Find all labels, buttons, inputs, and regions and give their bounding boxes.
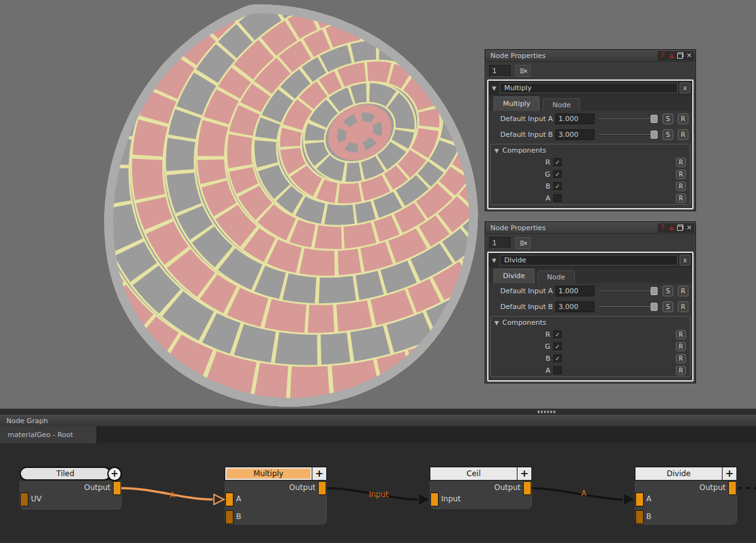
restore-icon[interactable] (676, 223, 685, 232)
default-input-a-slider[interactable] (599, 114, 658, 124)
output-port[interactable] (728, 481, 736, 495)
slider-handle[interactable] (651, 287, 658, 295)
graph-node-tiled[interactable]: Tiled + Output UV (20, 467, 122, 510)
checkbox-r[interactable]: ✓ (553, 158, 562, 166)
pane-splitter[interactable] (0, 409, 756, 415)
checkbox-a[interactable] (553, 366, 562, 375)
checkbox-a[interactable] (553, 194, 562, 202)
slider-handle[interactable] (651, 115, 658, 123)
slider-handle[interactable] (651, 131, 658, 139)
wire-multiply-to-ceil[interactable] (327, 488, 418, 499)
node-title[interactable]: Tiled (20, 467, 111, 481)
default-input-b-slider[interactable] (599, 129, 658, 140)
collapse-components-arrow[interactable]: ▼ (491, 148, 502, 154)
node-title[interactable]: Ceil (430, 467, 517, 480)
selection-count-field[interactable] (489, 65, 511, 77)
slider-handle[interactable] (651, 303, 658, 311)
tab-materialgeo-root[interactable]: materialGeo - Root (0, 426, 97, 443)
checkbox-b[interactable]: ✓ (553, 354, 562, 363)
snap-button[interactable]: S (663, 286, 673, 296)
input-port-b[interactable] (635, 510, 644, 524)
restore-icon[interactable] (676, 51, 685, 60)
default-input-a-value[interactable] (555, 114, 594, 124)
checkbox-g[interactable]: ✓ (553, 342, 562, 351)
node-title[interactable]: Divide (635, 467, 722, 480)
component-row-a: A R (491, 192, 690, 204)
default-input-a-slider[interactable] (599, 286, 658, 296)
default-input-b-slider[interactable] (599, 301, 658, 312)
pin-properties-button[interactable] (516, 65, 531, 77)
reset-button[interactable]: R (676, 330, 686, 339)
output-port[interactable] (523, 481, 531, 495)
graph-node-ceil[interactable]: Ceil + Output Input (430, 467, 532, 509)
node-graph-titlebar[interactable]: Node Graph (0, 415, 756, 426)
input-port-b[interactable] (225, 510, 233, 524)
output-port[interactable] (113, 481, 121, 495)
components-group: ▼ Components R ✓ R G ✓ R B ✓ R (490, 144, 690, 205)
reset-button[interactable]: R (676, 354, 686, 363)
collapse-node-arrow[interactable]: ▼ (488, 257, 500, 264)
node-name-field[interactable]: Divide (500, 255, 678, 266)
input-port[interactable] (430, 493, 439, 506)
default-input-b-value[interactable] (555, 129, 594, 140)
panel-titlebar[interactable]: Node Properties ? ▲ × (485, 50, 695, 62)
reset-button[interactable]: R (678, 286, 688, 296)
splitter-grip-icon[interactable] (538, 411, 555, 413)
reset-button[interactable]: R (676, 194, 686, 203)
tab-multiply[interactable]: Multiply (493, 96, 540, 111)
add-input-button[interactable]: + (107, 467, 122, 481)
reset-button[interactable]: R (678, 114, 688, 124)
reset-button[interactable]: R (676, 342, 686, 351)
pin-properties-button[interactable] (516, 237, 531, 249)
output-port[interactable] (318, 481, 326, 495)
default-input-b-value[interactable] (555, 301, 594, 312)
reset-button[interactable]: R (676, 182, 686, 191)
tab-node[interactable]: Node (538, 271, 575, 283)
add-input-button[interactable]: + (517, 467, 531, 480)
checkbox-r[interactable]: ✓ (553, 330, 562, 339)
node-title[interactable]: Multiply (225, 467, 312, 480)
input-label: B (646, 512, 651, 521)
snap-button[interactable]: S (663, 301, 673, 312)
collapse-icon[interactable]: ▲ (667, 51, 676, 60)
input-port-a[interactable] (635, 493, 644, 506)
input-port-a[interactable] (225, 493, 233, 506)
add-input-button[interactable]: + (312, 467, 326, 480)
snap-button[interactable]: S (663, 129, 673, 140)
tab-node[interactable]: Node (543, 98, 580, 111)
components-group: ▼ Components R ✓ R G ✓ R B ✓ R (490, 316, 690, 377)
node-properties-panel-divide: Node Properties ? ▲ × ▼ Divide x Divide … (485, 221, 696, 383)
reset-button[interactable]: R (676, 158, 686, 167)
remove-node-button[interactable]: x (680, 83, 690, 93)
help-icon[interactable]: ? (658, 51, 667, 60)
field-label: Default Input A (492, 115, 553, 123)
wire-ceil-to-divide[interactable] (532, 488, 623, 499)
tab-divide[interactable]: Divide (493, 269, 535, 283)
reset-button[interactable]: R (676, 170, 686, 179)
selection-count-field[interactable] (489, 237, 511, 249)
graph-node-multiply[interactable]: Multiply + Output A B (225, 467, 327, 525)
snap-button[interactable]: S (663, 114, 673, 124)
wire-arrowhead (419, 494, 429, 505)
help-icon[interactable]: ? (658, 223, 667, 232)
reset-button[interactable]: R (678, 301, 688, 312)
field-label: Default Input B (492, 131, 553, 139)
close-icon[interactable]: × (685, 223, 694, 232)
panel-titlebar[interactable]: Node Properties ? ▲ × (485, 222, 695, 234)
node-graph-canvas[interactable]: Tiled + Output UV Multiply + Output A B … (0, 443, 756, 543)
add-input-button[interactable]: + (722, 467, 736, 480)
reset-button[interactable]: R (676, 366, 686, 375)
default-input-a-value[interactable] (555, 286, 594, 296)
collapse-icon[interactable]: ▲ (667, 223, 676, 232)
collapse-components-arrow[interactable]: ▼ (491, 320, 502, 326)
remove-node-button[interactable]: x (680, 255, 690, 266)
input-port-uv[interactable] (20, 493, 28, 506)
node-name-field[interactable]: Multiply (500, 83, 678, 93)
reset-button[interactable]: R (678, 129, 688, 140)
collapse-node-arrow[interactable]: ▼ (488, 85, 500, 91)
wire-tiled-to-multiply[interactable] (121, 488, 213, 499)
checkbox-b[interactable]: ✓ (553, 182, 562, 190)
checkbox-g[interactable]: ✓ (553, 170, 562, 178)
close-icon[interactable]: × (685, 51, 694, 60)
graph-node-divide[interactable]: Divide + Output A B (635, 467, 737, 525)
